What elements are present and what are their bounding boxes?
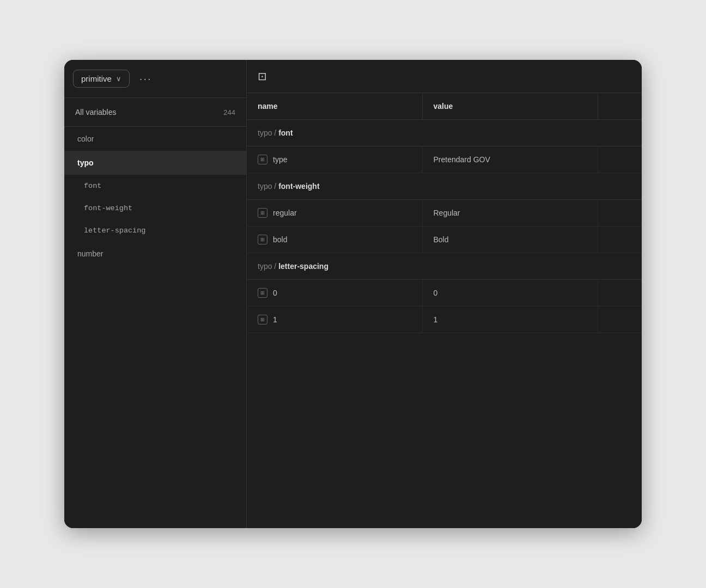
layout-icon[interactable]: ⊡	[258, 70, 267, 83]
section-typo-letter-spacing: typo / letter-spacing	[247, 253, 642, 280]
sidebar-item-color[interactable]: color	[64, 127, 246, 151]
sidebar-item-font[interactable]: font	[64, 175, 246, 197]
cell-1-value: 1	[423, 307, 599, 333]
sidebar-header: primitive ∨ ···	[64, 60, 246, 98]
cell-0-name: ⊞ 0	[247, 280, 423, 306]
cell-bold-name: ⊞ bold	[247, 226, 423, 253]
main-header: ⊡	[247, 60, 642, 93]
cell-1-action	[598, 307, 642, 333]
cell-type-action	[598, 146, 642, 173]
sidebar: primitive ∨ ··· All variables 244 color …	[64, 60, 247, 528]
sidebar-group: color typo font font-weight letter-spaci…	[64, 127, 246, 266]
collection-dropdown[interactable]: primitive ∨	[73, 70, 130, 88]
table-row[interactable]: ⊞ type Pretendard GOV	[247, 146, 642, 173]
cell-0-action	[598, 280, 642, 306]
table-row[interactable]: ⊞ 0 0	[247, 280, 642, 307]
column-action-header	[598, 93, 642, 119]
table-row[interactable]: ⊞ 1 1	[247, 307, 642, 333]
variable-type-icon: ⊞	[258, 235, 267, 244]
column-value-header: value	[423, 93, 599, 119]
sidebar-item-number[interactable]: number	[64, 242, 246, 266]
cell-1-name: ⊞ 1	[247, 307, 423, 333]
sidebar-item-font-weight[interactable]: font-weight	[64, 197, 246, 219]
all-variables-row[interactable]: All variables 244	[64, 98, 246, 127]
cell-0-value: 0	[423, 280, 599, 306]
variables-count: 244	[223, 108, 235, 117]
section-typo-font: typo / font	[247, 120, 642, 146]
more-options-button[interactable]: ···	[135, 70, 156, 87]
all-variables-label: All variables	[75, 108, 116, 117]
chevron-down-icon: ∨	[116, 75, 121, 83]
table-row[interactable]: ⊞ bold Bold	[247, 226, 642, 253]
cell-type-value: Pretendard GOV	[423, 146, 599, 173]
variable-type-icon: ⊞	[258, 208, 267, 218]
table-row[interactable]: ⊞ regular Regular	[247, 200, 642, 226]
sidebar-item-typo[interactable]: typo	[64, 151, 246, 175]
cell-regular-action	[598, 200, 642, 226]
variable-type-icon: ⊞	[258, 155, 267, 164]
cell-regular-name: ⊞ regular	[247, 200, 423, 226]
main-content: ⊡ name value typo / font ⊞ type Pretenda…	[247, 60, 642, 528]
section-typo-font-weight: typo / font-weight	[247, 173, 642, 200]
cell-regular-value: Regular	[423, 200, 599, 226]
variable-type-icon: ⊞	[258, 288, 267, 298]
variables-panel: primitive ∨ ··· All variables 244 color …	[64, 60, 642, 528]
sidebar-item-letter-spacing[interactable]: letter-spacing	[64, 219, 246, 242]
column-name-header: name	[247, 93, 423, 119]
collection-label: primitive	[81, 74, 112, 83]
variable-type-icon: ⊞	[258, 315, 267, 324]
cell-bold-value: Bold	[423, 226, 599, 253]
cell-type-name: ⊞ type	[247, 146, 423, 173]
cell-bold-action	[598, 226, 642, 253]
table-header: name value	[247, 93, 642, 120]
